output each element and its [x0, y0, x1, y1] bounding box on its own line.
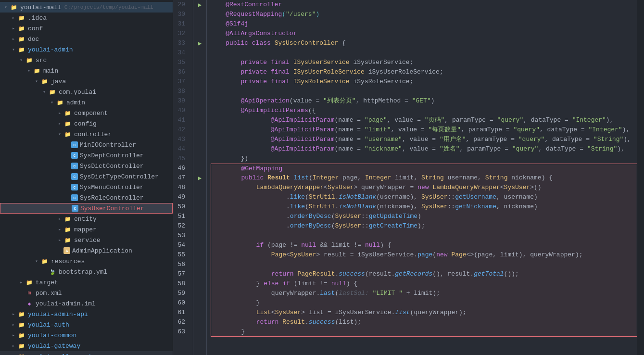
line-46: 46	[173, 164, 189, 173]
sidebar-item-doc[interactable]: 📁 doc	[0, 34, 173, 44]
file-tree[interactable]: 📁 youlai-mall C:/projects/temp/youlai-ma…	[0, 0, 173, 355]
sidebar-item-idea[interactable]: 📁 .idea	[0, 13, 173, 23]
line-58: 58	[173, 279, 189, 289]
project-root[interactable]: 📁 youlai-mall C:/projects/temp/youlai-ma…	[0, 2, 173, 13]
line-numbers: 29 30 31 32 33 34 35 36 37 38 39 40 41 4…	[173, 0, 193, 355]
line-60: 60	[173, 298, 189, 308]
sidebar-item-entity[interactable]: 📁 entity	[0, 214, 173, 224]
sidebar-item-sysdept-controller[interactable]: C SysDeptController	[0, 150, 173, 161]
main-arrow	[25, 68, 33, 74]
gutter-30	[193, 10, 206, 19]
bootstrap-icon: 🍃	[48, 268, 57, 275]
gateway-label: youlai-gateway	[28, 342, 80, 350]
gutter-icon-47: ▶	[198, 175, 202, 182]
sidebar-item-mapper[interactable]: 📁 mapper	[0, 224, 173, 235]
sysmenu-label: SysMenuController	[80, 184, 144, 191]
pom-label: pom.xml	[36, 290, 62, 297]
sidebar-item-conf[interactable]: 📁 conf	[0, 23, 173, 34]
mapper-arrow	[56, 227, 63, 232]
sidebar-item-java[interactable]: 📁 java	[0, 76, 173, 87]
auth-icon: 📁	[17, 321, 26, 328]
youlai-admin-icon: 📁	[17, 46, 26, 53]
sidebar-item-target[interactable]: 📁 target	[0, 277, 173, 288]
controller-label: controller	[74, 131, 112, 138]
sidebar-item-sysdicttype-controller[interactable]: C SysDictTypeController	[0, 171, 173, 182]
gutter-41	[193, 115, 206, 125]
sidebar-item-admin-application[interactable]: A AdminApplication	[0, 245, 173, 256]
sidebar-item-iml[interactable]: ◆ youlai-admin.iml	[0, 298, 173, 309]
auth-arrow	[10, 322, 17, 328]
sidebar-item-com-youlai[interactable]: 📁 com.youlai	[0, 87, 173, 97]
line-56: 56	[173, 260, 189, 269]
code-line-42: @ApiImplicitParam(name = "limit", value …	[211, 125, 637, 135]
gutter-29: ▶	[193, 0, 206, 10]
sidebar-item-service[interactable]: 📁 service	[0, 235, 173, 245]
target-arrow	[17, 279, 25, 285]
sidebar-item-youlai-admin-api[interactable]: 📁 youlai-admin-api	[0, 309, 173, 319]
line-51: 51	[173, 212, 189, 221]
idea-arrow	[10, 15, 17, 21]
line-55: 55	[173, 250, 189, 260]
gutter-43	[193, 135, 206, 144]
sidebar-item-sysrole-controller[interactable]: C SysRoleController	[0, 192, 173, 203]
code-line-30: @RequestMapping("/users")	[211, 10, 637, 19]
sidebar-item-controller[interactable]: 📁 controller	[0, 129, 173, 139]
mall-service-label: youlai-mall-service	[28, 353, 99, 355]
admin-arrow	[48, 100, 56, 105]
code-line-49: .like(StrUtil.isNotBlank(username), SysU…	[211, 192, 637, 202]
editor-scroll-area[interactable]: 29 30 31 32 33 34 35 36 37 38 39 40 41 4…	[173, 0, 644, 355]
code-line-61: List<SysUser> list = iSysUserService.lis…	[211, 308, 637, 317]
iml-icon: ◆	[25, 300, 34, 307]
gutter-32	[193, 29, 206, 38]
line-37: 37	[173, 77, 189, 87]
minio-class-icon: C	[71, 141, 78, 148]
component-label: component	[74, 110, 108, 117]
gutter-48	[193, 183, 206, 192]
sidebar-item-sysdict-controller[interactable]: C SysDictController	[0, 161, 173, 171]
code-content: @RestController @RequestMapping("/users"…	[207, 0, 637, 355]
gutter-61	[193, 308, 206, 317]
gutter-36	[193, 67, 206, 77]
admin-icon: 📁	[56, 99, 64, 106]
sidebar-item-sysuser-controller[interactable]: C SysUserController	[0, 203, 173, 214]
line-35: 35	[173, 58, 189, 67]
gutter-37	[193, 77, 206, 87]
sidebar-item-youlai-mall-service[interactable]: 📁 youlai-mall-service	[0, 351, 173, 355]
gutter-55	[193, 250, 206, 260]
sysrole-class-icon: C	[71, 194, 78, 201]
code-line-29: @RestController	[211, 0, 637, 10]
sidebar-item-sysmenu-controller[interactable]: C SysMenuController	[0, 182, 173, 192]
code-line-50: .like(StrUtil.isNotBlank(nickname), SysU…	[211, 202, 637, 212]
sidebar-item-youlai-common[interactable]: 📁 youlai-common	[0, 330, 173, 341]
gutter-62	[193, 317, 206, 327]
sidebar-item-youlai-gateway[interactable]: 📁 youlai-gateway	[0, 341, 173, 351]
gateway-arrow	[10, 343, 17, 349]
sidebar-item-component[interactable]: 📁 component	[0, 108, 173, 118]
sysuser-class-icon: C	[72, 205, 78, 212]
sidebar-item-resources[interactable]: 📁 resources	[0, 256, 173, 266]
component-icon: 📁	[63, 110, 72, 116]
java-arrow	[33, 78, 40, 84]
line-57: 57	[173, 269, 189, 279]
sidebar-item-bootstrap-yml[interactable]: 🍃 bootstrap.yml	[0, 266, 173, 277]
line-62: 62	[173, 317, 189, 327]
code-line-53	[211, 231, 637, 241]
sidebar-item-youlai-auth[interactable]: 📁 youlai-auth	[0, 319, 173, 330]
sidebar-item-src[interactable]: 📁 src	[0, 55, 173, 65]
com-youlai-label: com.youlai	[59, 89, 96, 96]
gutter-31	[193, 19, 206, 29]
sidebar-item-main[interactable]: 📁 main	[0, 65, 173, 76]
gutter-47: ▶	[193, 173, 206, 183]
gutter-icon-29: ▶	[198, 1, 202, 9]
code-line-35: private final ISysUserService iSysUserSe…	[211, 58, 637, 67]
line-42: 42	[173, 125, 189, 135]
sidebar-item-admin[interactable]: 📁 admin	[0, 97, 173, 108]
sidebar-item-youlai-admin[interactable]: 📁 youlai-admin	[0, 44, 173, 55]
doc-arrow	[10, 36, 17, 42]
sysdict-label: SysDictController	[80, 163, 144, 170]
sidebar-item-minio-controller[interactable]: C MinIOController	[0, 139, 173, 150]
doc-label: doc	[28, 36, 39, 43]
sidebar-item-pom-xml[interactable]: m pom.xml	[0, 288, 173, 298]
line-41: 41	[173, 115, 189, 125]
sidebar-item-config[interactable]: 📁 config	[0, 118, 173, 129]
